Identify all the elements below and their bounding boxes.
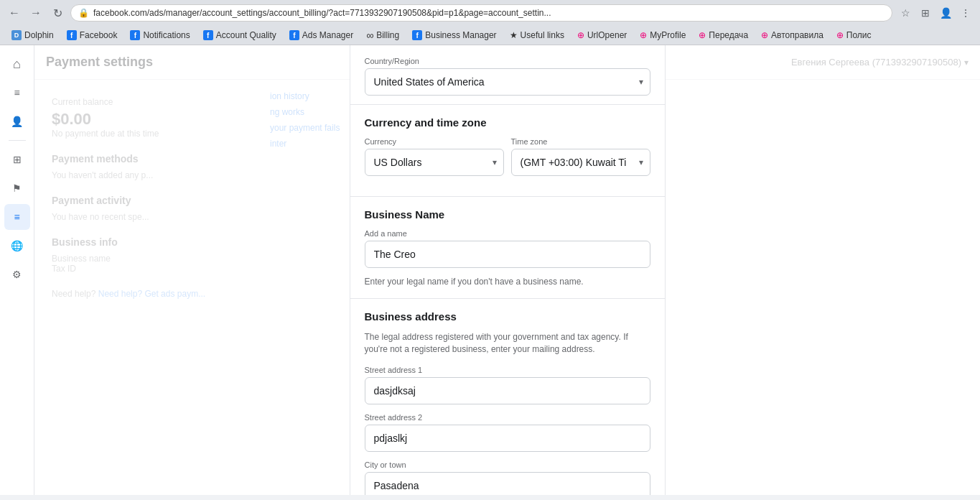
business-manager-fb-icon: f	[412, 30, 422, 40]
city-input[interactable]	[365, 472, 650, 495]
bookmark-urlopener-label: UrlOpener	[587, 30, 627, 40]
bookmark-account-quality-label: Account Quality	[216, 30, 276, 40]
street1-label: Street address 1	[365, 366, 650, 374]
payment-body: Current balance $0.00 No payment due at …	[34, 80, 980, 495]
bookmark-business-manager[interactable]: f Business Manager	[406, 28, 502, 42]
street1-form-group: Street address 1	[365, 366, 650, 404]
business-name-section: Business Name Add a name Enter your lega…	[350, 197, 665, 298]
avtopravila-icon: ⊕	[761, 30, 768, 40]
sidebar-icon-user[interactable]: 👤	[4, 108, 30, 134]
timezone-label: Time zone	[511, 137, 650, 146]
polis-icon: ⊕	[836, 30, 844, 40]
currency-timezone-section: Currency and time zone Currency US Dolla…	[350, 105, 665, 196]
bookmark-myprofile-label: MyProfile	[650, 30, 686, 40]
country-select[interactable]: United States of America	[365, 80, 650, 96]
bookmark-billing-label: Billing	[376, 30, 399, 40]
profile-icon[interactable]: 👤	[937, 4, 954, 22]
business-name-hint: Enter your legal name if you don't have …	[365, 277, 650, 287]
sidebar: ⌂ ≡ 👤 ⊞ ⚑ ≡ 🌐 ⚙	[0, 45, 34, 495]
account-quality-fb-icon: f	[203, 30, 213, 40]
street2-form-group: Street address 2	[365, 413, 650, 452]
bookmarks-bar: D Dolphin f Facebook f Notifications f A…	[0, 26, 980, 45]
bookmark-ads-manager[interactable]: f Ads Manager	[284, 28, 359, 42]
country-section: Country/Region United States of America …	[350, 80, 665, 96]
sidebar-icon-grid[interactable]: ⊞	[4, 147, 30, 172]
street1-input[interactable]	[365, 377, 650, 404]
browser-icon-group: ☆ ⊞ 👤 ⋮	[897, 4, 974, 22]
street2-label: Street address 2	[365, 413, 650, 422]
bookmark-urlopener[interactable]: ⊕ UrlOpener	[571, 28, 633, 42]
bookmark-billing[interactable]: ∞ Billing	[360, 27, 405, 43]
bookmark-facebook-label: Facebook	[80, 30, 118, 40]
currency-form-group: Currency US Dollars ▾	[365, 137, 504, 176]
bookmark-polis[interactable]: ⊕ Полис	[831, 28, 877, 42]
address-bar[interactable]: 🔒 facebook.com/ads/manager/account_setti…	[70, 4, 892, 22]
address-text: facebook.com/ads/manager/account_setting…	[93, 8, 885, 18]
main-content: Payment settings Евгения Сергеева (77139…	[34, 45, 980, 495]
currency-select-wrapper: US Dollars ▾	[365, 149, 504, 176]
business-name-form-group: Add a name	[365, 229, 650, 268]
dolphin-icon: D	[11, 30, 22, 40]
business-name-input[interactable]	[365, 241, 650, 268]
menu-icon[interactable]: ⋮	[957, 4, 974, 22]
form-panel: Country/Region United States of America …	[350, 80, 666, 495]
bookmark-peredacha[interactable]: ⊕ Передача	[693, 28, 754, 42]
lock-icon: 🔒	[78, 8, 89, 18]
city-label: City or town	[365, 460, 650, 469]
forward-button[interactable]: →	[27, 4, 45, 22]
bookmark-polis-label: Полис	[846, 30, 872, 40]
bookmark-peredacha-label: Передача	[709, 30, 748, 40]
city-form-group: City or town	[365, 460, 650, 495]
business-name-section-title: Business Name	[365, 208, 650, 221]
sidebar-icon-globe[interactable]: 🌐	[4, 233, 30, 259]
sidebar-icon-billing[interactable]: ≡	[4, 204, 30, 230]
bookmark-ads-manager-label: Ads Manager	[302, 30, 353, 40]
browser-toolbar: ← → ↻ 🔒 facebook.com/ads/manager/account…	[0, 0, 980, 26]
timezone-select[interactable]: (GMT +03:00) Kuwait Time	[511, 149, 650, 176]
bookmark-avtopravila[interactable]: ⊕ Автоправила	[755, 28, 829, 42]
bookmark-facebook[interactable]: f Facebook	[61, 28, 123, 42]
notifications-fb-icon: f	[130, 30, 140, 40]
business-address-section: Business address The legal address regis…	[350, 299, 665, 495]
bookmark-business-manager-label: Business Manager	[425, 30, 496, 40]
app-container: ⌂ ≡ 👤 ⊞ ⚑ ≡ 🌐 ⚙ Payment settings Евгения…	[0, 45, 980, 495]
sidebar-icon-flag[interactable]: ⚑	[4, 175, 30, 201]
business-address-title: Business address	[365, 310, 650, 323]
facebook-icon: f	[67, 30, 77, 40]
business-name-label: Add a name	[365, 229, 650, 238]
country-form-group: Country/Region United States of America …	[365, 80, 650, 96]
bookmark-dolphin[interactable]: D Dolphin	[6, 28, 60, 42]
sidebar-divider-1	[9, 140, 26, 141]
timezone-select-wrapper: (GMT +03:00) Kuwait Time ▾	[511, 149, 650, 176]
bookmark-notifications-label: Notifications	[143, 30, 190, 40]
bookmark-account-quality[interactable]: f Account Quality	[197, 28, 282, 42]
bookmark-dolphin-label: Dolphin	[24, 30, 54, 40]
bookmark-useful-links[interactable]: ★ Useful links	[504, 28, 570, 42]
browser-chrome: ← → ↻ 🔒 facebook.com/ads/manager/account…	[0, 0, 980, 45]
sidebar-icon-settings[interactable]: ⚙	[4, 261, 30, 287]
currency-tz-row: Currency US Dollars ▾ Time zone	[365, 137, 650, 185]
country-select-wrapper: United States of America ▾	[365, 80, 650, 96]
extensions-icon[interactable]: ⊞	[917, 4, 934, 22]
currency-label: Currency	[365, 137, 504, 146]
myprofile-icon: ⊕	[640, 30, 647, 40]
ads-manager-fb-icon: f	[289, 30, 299, 40]
bookmark-notifications[interactable]: f Notifications	[124, 28, 195, 42]
currency-timezone-title: Currency and time zone	[365, 116, 650, 129]
timezone-form-group: Time zone (GMT +03:00) Kuwait Time ▾	[511, 137, 650, 176]
bookmark-star-icon[interactable]: ☆	[897, 4, 914, 22]
street2-input[interactable]	[365, 425, 650, 452]
refresh-button[interactable]: ↻	[49, 4, 66, 22]
billing-icon: ∞	[366, 29, 373, 41]
bookmark-myprofile[interactable]: ⊕ MyProfile	[634, 28, 691, 42]
sidebar-icon-menu[interactable]: ≡	[4, 80, 30, 106]
useful-links-icon: ★	[510, 30, 518, 40]
peredacha-icon: ⊕	[699, 30, 706, 40]
urlopener-icon: ⊕	[577, 30, 584, 40]
bookmark-useful-links-label: Useful links	[521, 30, 564, 40]
business-address-desc: The legal address registered with your g…	[365, 331, 650, 356]
sidebar-icon-home[interactable]: ⌂	[4, 51, 30, 77]
currency-select[interactable]: US Dollars	[365, 149, 504, 176]
back-button[interactable]: ←	[6, 4, 23, 22]
bookmark-avtopravila-label: Автоправила	[771, 30, 823, 40]
